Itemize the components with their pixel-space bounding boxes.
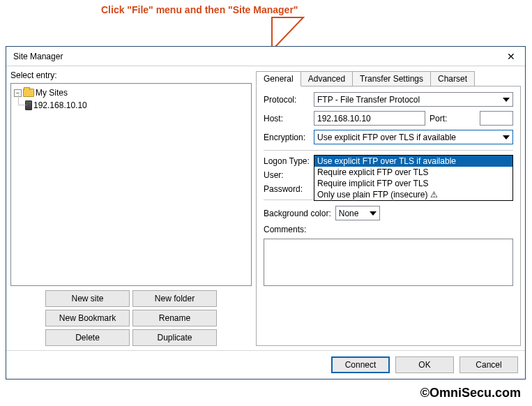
password-label: Password: (264, 184, 315, 194)
encryption-dropdown[interactable]: Use explicit FTP over TLS if available R… (314, 155, 513, 201)
comments-textarea[interactable] (264, 239, 513, 286)
connect-button[interactable]: Connect (331, 356, 390, 373)
ok-button[interactable]: OK (395, 356, 454, 373)
encryption-option[interactable]: Only use plain FTP (insecure) ⚠ (314, 189, 512, 200)
logon-type-label: Logon Type: (264, 156, 315, 166)
protocol-label: Protocol: (264, 95, 310, 105)
cancel-button[interactable]: Cancel (459, 356, 518, 373)
comments-label: Comments: (264, 225, 306, 234)
encryption-select[interactable]: Use explicit FTP over TLS if available (314, 130, 513, 144)
encryption-option[interactable]: Require explicit FTP over TLS (314, 167, 512, 178)
tab-bar: General Advanced Transfer Settings Chars… (256, 70, 521, 86)
encryption-option[interactable]: Use explicit FTP over TLS if available (314, 156, 512, 167)
port-input[interactable] (480, 111, 513, 126)
tab-transfer-settings[interactable]: Transfer Settings (352, 71, 431, 86)
rename-button[interactable]: Rename (132, 310, 217, 326)
select-entry-label: Select entry: (10, 70, 252, 80)
left-pane: Select entry: − My Sites 192.168.10.10 N… (10, 70, 252, 346)
bgcolor-label: Background color: (264, 209, 331, 218)
host-label: Host: (264, 114, 310, 123)
close-icon: ✕ (507, 51, 515, 62)
dialog-button-bar: Connect OK Cancel (6, 350, 525, 379)
annotation-text: Click "File" menu and then "Site Manager… (101, 4, 298, 15)
protocol-select[interactable]: FTP - File Transfer Protocol (314, 92, 513, 107)
host-input[interactable] (314, 111, 425, 126)
user-label: User: (264, 170, 315, 180)
tab-general-body: Protocol: FTP - File Transfer Protocol H… (256, 86, 521, 346)
encryption-label: Encryption: (264, 133, 310, 142)
separator (264, 150, 513, 151)
encryption-select-value: Use explicit FTP over TLS if available (317, 133, 456, 142)
tree-item-row[interactable]: 192.168.10.10 (13, 99, 250, 112)
duplicate-button[interactable]: Duplicate (132, 329, 217, 346)
tab-charset[interactable]: Charset (430, 71, 475, 86)
server-icon (25, 100, 32, 110)
tree-item-label: 192.168.10.10 (33, 100, 87, 110)
site-tree[interactable]: − My Sites 192.168.10.10 (10, 83, 252, 286)
tree-root-label: My Sites (36, 88, 68, 98)
delete-button[interactable]: Delete (45, 329, 130, 346)
tree-root-row[interactable]: − My Sites (13, 87, 250, 99)
new-site-button[interactable]: New site (45, 290, 130, 307)
copyright-text: ©OmniSecu.com (420, 386, 521, 400)
right-pane: General Advanced Transfer Settings Chars… (256, 70, 521, 346)
titlebar[interactable]: Site Manager ✕ (6, 47, 525, 66)
new-bookmark-button[interactable]: New Bookmark (45, 310, 130, 326)
encryption-option[interactable]: Require implicit FTP over TLS (314, 178, 512, 189)
dialog-title: Site Manager (13, 52, 497, 61)
close-button[interactable]: ✕ (497, 47, 525, 66)
port-label: Port: (430, 114, 476, 123)
tab-general[interactable]: General (256, 71, 301, 87)
new-folder-button[interactable]: New folder (132, 290, 217, 307)
tab-advanced[interactable]: Advanced (301, 71, 353, 86)
site-manager-dialog: Site Manager ✕ Select entry: − My Sites … (6, 46, 526, 379)
bgcolor-select[interactable]: None (335, 206, 380, 220)
